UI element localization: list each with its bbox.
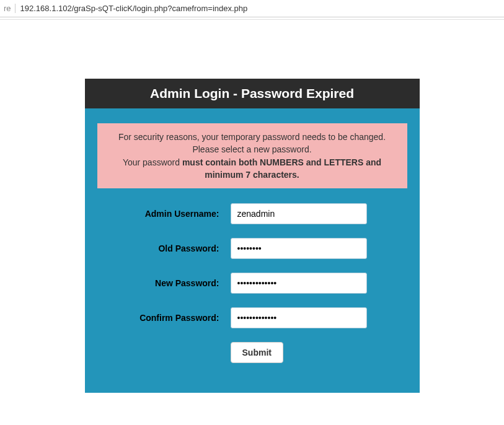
row-submit: Submit xyxy=(97,342,407,363)
notice-bold: must contain both NUMBERS and LETTERS an… xyxy=(182,157,381,180)
address-bar[interactable]: re 192.168.1.102/graSp-sQT-clicK/login.p… xyxy=(0,2,504,14)
old-password-label: Old Password: xyxy=(97,243,231,253)
address-label: re xyxy=(4,4,15,13)
notice-line-1: For security reasons, your temporary pas… xyxy=(107,131,397,156)
browser-chrome: re 192.168.1.102/graSp-sQT-clicK/login.p… xyxy=(0,0,504,17)
login-body: For security reasons, your temporary pas… xyxy=(85,108,420,393)
address-url: 192.168.1.102/graSp-sQT-clicK/login.php?… xyxy=(20,4,500,13)
row-username: Admin Username: xyxy=(97,203,407,224)
username-label: Admin Username: xyxy=(97,209,231,219)
new-password-input[interactable] xyxy=(231,273,367,294)
login-panel: Admin Login - Password Expired For secur… xyxy=(85,79,420,393)
username-input[interactable] xyxy=(231,203,367,224)
notice-prefix: Your password xyxy=(123,157,182,167)
confirm-password-label: Confirm Password: xyxy=(97,313,231,323)
submit-button[interactable]: Submit xyxy=(231,342,283,363)
row-new-password: New Password: xyxy=(97,273,407,294)
row-confirm-password: Confirm Password: xyxy=(97,307,407,328)
login-form: Admin Username: Old Password: New Passwo… xyxy=(97,203,407,363)
notice-line-2: Your password must contain both NUMBERS … xyxy=(107,156,397,182)
confirm-password-input[interactable] xyxy=(231,307,367,328)
new-password-label: New Password: xyxy=(97,278,231,288)
page-title: Admin Login - Password Expired xyxy=(85,79,420,108)
old-password-input[interactable] xyxy=(231,238,367,259)
row-old-password: Old Password: xyxy=(97,238,407,259)
notice-box: For security reasons, your temporary pas… xyxy=(97,123,407,188)
